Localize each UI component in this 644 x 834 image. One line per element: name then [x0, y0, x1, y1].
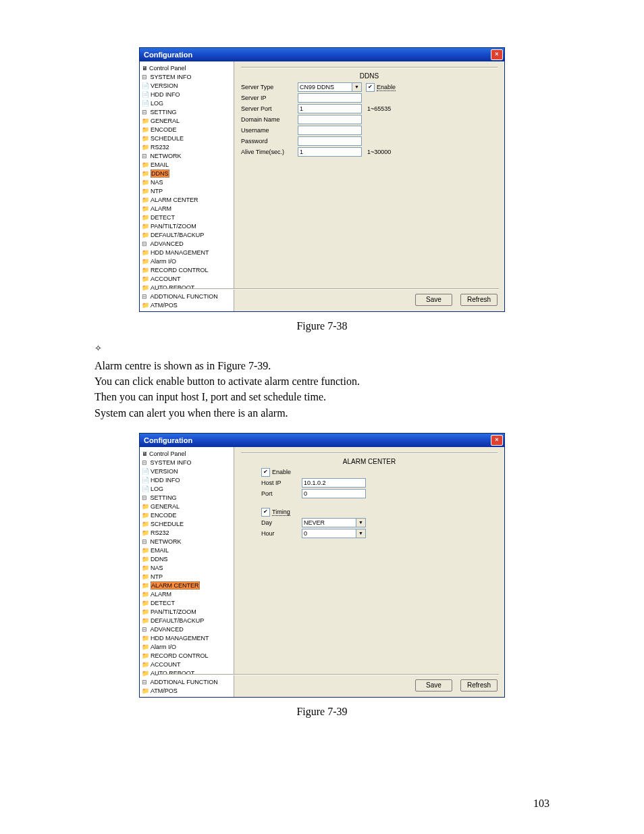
tree-item[interactable]: PAN/TILT/ZOOM [142, 608, 232, 617]
refresh-button[interactable]: Refresh [460, 294, 498, 306]
tree-item[interactable]: LOG [142, 99, 232, 108]
config-window-ddns: Configuration × Control PanelSYSTEM INFO… [139, 47, 505, 312]
section-title: ALARM CENTER [241, 458, 498, 465]
tree-item[interactable]: NAS [142, 178, 232, 187]
tree-item[interactable]: GENERAL [142, 502, 232, 511]
refresh-button[interactable]: Refresh [460, 679, 498, 692]
host-ip-input[interactable] [302, 478, 366, 488]
tree-item[interactable]: SCHEDULE [142, 134, 232, 143]
tree-item[interactable]: VERSION [142, 467, 232, 476]
chevron-down-icon[interactable]: ▼ [352, 83, 361, 91]
bullet-diamond-icon: ✧ [95, 343, 549, 354]
label-port: Port [261, 490, 302, 497]
form-pane: DDNS Server Type CN99 DDNS ▼ Enable [234, 61, 504, 311]
titlebar[interactable]: Configuration × [140, 434, 504, 447]
tree-item[interactable]: ALARM CENTER [142, 196, 232, 205]
tree-item[interactable]: ATM/POS [142, 687, 232, 696]
tree-item[interactable]: NAS [142, 564, 232, 573]
server-type-select[interactable]: CN99 DDNS ▼ [298, 82, 362, 92]
chevron-down-icon[interactable]: ▼ [356, 529, 365, 538]
tree-item[interactable]: RS232 [142, 529, 232, 538]
window-title: Configuration [144, 51, 192, 59]
label-alive-time: Alive Time(sec.) [241, 149, 298, 155]
port-input[interactable] [302, 489, 366, 498]
tree-item[interactable]: PAN/TILT/ZOOM [142, 222, 232, 231]
figure-caption-1: Figure 7-38 [95, 320, 549, 332]
tree-item[interactable]: ADVANCED [142, 625, 232, 634]
label-host-ip: Host IP [261, 479, 302, 486]
tree-item[interactable]: ENCODE [142, 511, 232, 520]
tree-item[interactable]: EMAIL [142, 546, 232, 555]
nav-tree[interactable]: Control PanelSYSTEM INFOVERSIONHDD INFOL… [140, 447, 234, 697]
close-icon[interactable]: × [491, 49, 503, 60]
tree-item[interactable]: EMAIL [142, 161, 232, 170]
tree-item[interactable]: HDD MANAGEMENT [142, 249, 232, 257]
tree-item[interactable]: HDD MANAGEMENT [142, 634, 232, 643]
tree-item[interactable]: GENERAL [142, 117, 232, 126]
tree-item[interactable]: Alarm I/O [142, 643, 232, 652]
form-pane: ALARM CENTER Enable Host IP Port [234, 447, 504, 697]
enable-checkbox[interactable] [366, 83, 375, 92]
domain-name-input[interactable] [298, 115, 362, 124]
server-port-range: 1~65535 [367, 105, 391, 112]
timing-checkbox[interactable] [261, 508, 270, 517]
server-ip-input[interactable] [298, 93, 362, 103]
tree-item[interactable]: SYSTEM INFO [142, 459, 232, 467]
tree-item[interactable]: Control Panel [142, 450, 232, 459]
tree-item[interactable]: SCHEDULE [142, 520, 232, 529]
tree-item[interactable]: Alarm I/O [142, 257, 232, 266]
tree-item[interactable]: ADDTIONAL FUNCTION [142, 678, 232, 687]
close-icon[interactable]: × [491, 435, 503, 446]
tree-item[interactable]: ADVANCED [142, 240, 232, 249]
tree-item[interactable]: HDD INFO [142, 90, 232, 99]
tree-item[interactable]: DNS [142, 696, 232, 697]
save-button[interactable]: Save [415, 679, 452, 692]
tree-item[interactable]: Control Panel [142, 64, 232, 73]
tree-item[interactable]: DEFAULT/BACKUP [142, 231, 232, 240]
tree-item[interactable]: DNS [142, 310, 232, 311]
tree-item[interactable]: NTP [142, 573, 232, 581]
password-input[interactable] [298, 136, 362, 146]
tree-item[interactable]: NETWORK [142, 538, 232, 546]
alive-time-range: 1~30000 [367, 149, 391, 155]
tree-item[interactable]: VERSION [142, 82, 232, 90]
label-timing: Timing [272, 509, 290, 516]
figure-caption-2: Figure 7-39 [95, 706, 549, 718]
tree-item[interactable]: DDNS [142, 170, 232, 178]
tree-item[interactable]: ALARM CENTER [142, 581, 232, 590]
hour-select[interactable]: 0 ▼ [302, 529, 366, 538]
tree-item[interactable]: ENCODE [142, 126, 232, 134]
enable-checkbox[interactable] [261, 468, 270, 477]
tree-item[interactable]: HDD INFO [142, 476, 232, 485]
tree-item[interactable]: ADDTIONAL FUNCTION [142, 292, 232, 301]
label-server-ip: Server IP [241, 95, 298, 101]
tree-item[interactable]: SETTING [142, 108, 232, 117]
tree-item[interactable]: DETECT [142, 599, 232, 608]
label-enable: Enable [377, 84, 396, 91]
day-select[interactable]: NEVER ▼ [302, 518, 366, 527]
tree-item[interactable]: NTP [142, 187, 232, 196]
tree-item[interactable]: ACCOUNT [142, 660, 232, 669]
alive-time-input[interactable] [298, 147, 362, 157]
tree-item[interactable]: ATM/POS [142, 301, 232, 310]
tree-item[interactable]: DEFAULT/BACKUP [142, 617, 232, 625]
tree-item[interactable]: RECORD CONTROL [142, 652, 232, 660]
page-number: 103 [533, 798, 549, 810]
tree-item[interactable]: ALARM [142, 590, 232, 599]
chevron-down-icon[interactable]: ▼ [356, 519, 365, 527]
server-port-input[interactable] [298, 104, 362, 113]
nav-tree[interactable]: Control PanelSYSTEM INFOVERSIONHDD INFOL… [140, 61, 234, 311]
tree-item[interactable]: SETTING [142, 494, 232, 502]
titlebar[interactable]: Configuration × [140, 48, 504, 61]
tree-item[interactable]: DDNS [142, 555, 232, 564]
tree-item[interactable]: LOG [142, 485, 232, 494]
username-input[interactable] [298, 126, 362, 135]
tree-item[interactable]: SYSTEM INFO [142, 73, 232, 82]
tree-item[interactable]: ALARM [142, 205, 232, 213]
tree-item[interactable]: ACCOUNT [142, 275, 232, 284]
tree-item[interactable]: RECORD CONTROL [142, 266, 232, 275]
tree-item[interactable]: NETWORK [142, 152, 232, 161]
save-button[interactable]: Save [415, 294, 452, 306]
tree-item[interactable]: RS232 [142, 143, 232, 152]
tree-item[interactable]: DETECT [142, 213, 232, 222]
